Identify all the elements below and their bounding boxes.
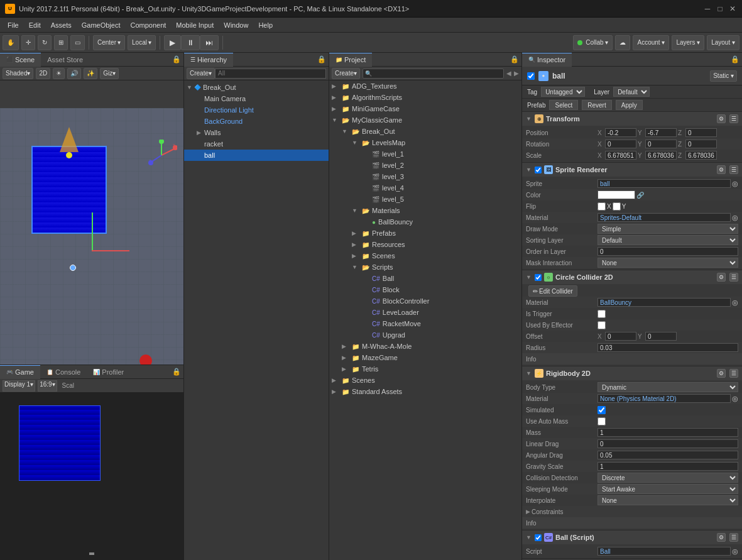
rigidbody-menu-btn[interactable]: ☰ [729, 369, 738, 378]
material-pick-icon[interactable]: ◎ [732, 214, 738, 222]
prefab-revert-btn[interactable]: Revert [582, 100, 611, 110]
layout-dropdown[interactable]: Layout ▾ [707, 35, 739, 50]
edit-collider-btn[interactable]: ✏ Edit Collider [528, 285, 577, 297]
collider-mat-pick-icon[interactable]: ◎ [732, 299, 738, 307]
project-lock-icon[interactable]: 🔒 [510, 55, 519, 63]
linear-drag-field[interactable] [597, 439, 738, 448]
project-item-adg[interactable]: ▶ 📁 ADG_Textures [329, 80, 521, 92]
project-item-level3[interactable]: 🎬 level_3 [329, 171, 521, 182]
hierarchy-item-background[interactable]: BackGround [184, 116, 329, 127]
close-btn[interactable]: ✕ [728, 4, 737, 13]
lighting-btn[interactable]: ☀ [53, 68, 65, 79]
project-item-level1[interactable]: 🎬 level_1 [329, 148, 521, 160]
project-item-levelsmap[interactable]: ▼ 📂 LevelsMap [329, 137, 521, 148]
scale-y-field[interactable] [645, 151, 677, 160]
project-search-input[interactable] [374, 70, 503, 77]
rot-x-field[interactable] [605, 140, 636, 148]
color-swatch[interactable] [597, 190, 635, 199]
project-item-ballscript[interactable]: C# Ball [329, 273, 521, 284]
collision-dropdown[interactable]: Discrete [597, 473, 738, 483]
local-dropdown[interactable]: Local▾ [128, 35, 156, 50]
constraints-arrow[interactable]: ▶ [526, 508, 530, 515]
trigger-checkbox[interactable] [597, 310, 606, 318]
object-name-field[interactable] [552, 72, 706, 80]
console-tab[interactable]: 📋 Console [40, 365, 87, 379]
sprite-settings-btn[interactable]: ⚙ [717, 165, 726, 174]
static-dropdown[interactable]: Static ▾ [710, 70, 737, 82]
inspector-tab[interactable]: 🔍 Inspector [522, 53, 572, 67]
fx-btn[interactable]: ✨ [84, 68, 97, 79]
interpolate-dropdown[interactable]: None [597, 495, 738, 505]
step-button[interactable]: ⏭ [200, 35, 219, 50]
scene-lock-icon[interactable]: 🔒 [172, 55, 181, 63]
hierarchy-item-directionallight[interactable]: Directional Light [184, 104, 329, 116]
menu-file[interactable]: File [3, 20, 24, 30]
simulated-checkbox[interactable] [597, 406, 606, 414]
circle-collider-header[interactable]: ▼ ○ Circle Collider 2D ⚙ ☰ [522, 270, 742, 284]
center-dropdown[interactable]: Center▾ [93, 35, 125, 50]
hand-tool[interactable]: ✋ [3, 35, 19, 50]
menu-window[interactable]: Window [219, 20, 253, 30]
ratio-select[interactable]: 16:9▾ [38, 380, 57, 392]
project-item-blockcontroller[interactable]: C# BlockController [329, 295, 521, 307]
2d-toggle[interactable]: 2D [36, 68, 50, 79]
order-field[interactable] [597, 247, 738, 256]
cloud-btn[interactable]: ☁ [615, 35, 630, 50]
audio-btn[interactable]: 🔊 [67, 68, 81, 79]
script-settings-btn[interactable]: ⚙ [717, 533, 726, 542]
project-item-algorithm[interactable]: ▶ 📁 AlgorithmScripts [329, 92, 521, 103]
rect-tool[interactable]: ▭ [70, 35, 85, 50]
project-item-blockscript[interactable]: C# Block [329, 284, 521, 295]
game-tab[interactable]: 🎮 Game [0, 365, 40, 379]
pos-z-field[interactable] [685, 128, 717, 137]
mass-field[interactable] [597, 428, 738, 437]
mask-dropdown[interactable]: None [597, 258, 738, 268]
project-create-btn[interactable]: Create▾ [332, 68, 360, 79]
sprite-field[interactable]: ball [597, 179, 731, 188]
draw-mode-dropdown[interactable]: Simple [597, 224, 738, 234]
pos-y-field[interactable] [645, 128, 677, 137]
hierarchy-item-racket[interactable]: racket [184, 138, 329, 150]
transform-settings-btn[interactable]: ⚙ [717, 114, 726, 123]
rot-z-field[interactable] [685, 140, 717, 148]
inspector-lock-icon[interactable]: 🔒 [731, 55, 739, 63]
project-item-levelloader[interactable]: C# LeveLoader [329, 307, 521, 318]
hierarchy-create-btn[interactable]: Create▾ [187, 68, 215, 79]
body-type-dropdown[interactable]: Dynamic [597, 382, 738, 392]
transform-menu-btn[interactable]: ☰ [729, 114, 738, 123]
project-item-racketmove[interactable]: C# RacketMove [329, 318, 521, 329]
scale-z-field[interactable] [685, 151, 717, 160]
project-item-materials[interactable]: ▼ 📂 Materials [329, 205, 521, 216]
rb-material-field[interactable]: None (Physics Material 2D) [597, 394, 731, 403]
scale-tool[interactable]: ⊞ [54, 35, 68, 50]
angular-drag-field[interactable] [597, 451, 738, 459]
collab-dropdown[interactable]: Collab ▾ [573, 35, 613, 50]
project-item-level2[interactable]: 🎬 level_2 [329, 160, 521, 171]
project-item-ballbouncy[interactable]: ● BallBouncy [329, 216, 521, 228]
flip-x-checkbox[interactable] [597, 202, 606, 211]
scene-tab[interactable]: ⬛ Scene [0, 53, 41, 67]
project-item-breakout[interactable]: ▼ 📂 Break_Out [329, 126, 521, 137]
project-item-standard[interactable]: ▶ 📁 Standard Assets [329, 386, 521, 397]
menu-edit[interactable]: Edit [24, 20, 46, 30]
sleeping-dropdown[interactable]: Start Awake [597, 484, 738, 494]
layer-select[interactable]: Default [613, 87, 650, 97]
hierarchy-item-maincamera[interactable]: Main Camera [184, 93, 329, 104]
project-tab[interactable]: 📁 Project [329, 53, 372, 67]
project-item-whac[interactable]: ▶ 📁 M-Whac-A-Mole [329, 341, 521, 352]
project-item-scenes[interactable]: ▶ 📁 Scenes [329, 250, 521, 261]
menu-mobile-input[interactable]: Mobile Input [171, 20, 219, 30]
collider-settings-btn[interactable]: ⚙ [717, 273, 726, 282]
script-pick-icon[interactable]: ◎ [732, 547, 738, 556]
game-lock-icon[interactable]: 🔒 [172, 368, 181, 376]
gravity-field[interactable] [597, 462, 738, 471]
radius-field[interactable] [597, 343, 738, 352]
rigidbody-settings-btn[interactable]: ⚙ [717, 369, 726, 378]
active-checkbox[interactable] [527, 72, 535, 80]
hierarchy-tab[interactable]: ☰ Hierarchy [184, 53, 233, 67]
color-link-icon[interactable]: 🔗 [636, 192, 644, 199]
rigidbody-header[interactable]: ▼ ⚡ Rigidbody 2D ⚙ ☰ [522, 366, 742, 380]
project-item-tetris[interactable]: ▶ 📁 Tetris [329, 363, 521, 375]
profiler-tab[interactable]: 📊 Profiler [87, 365, 130, 379]
sprite-checkbox[interactable] [535, 167, 542, 173]
